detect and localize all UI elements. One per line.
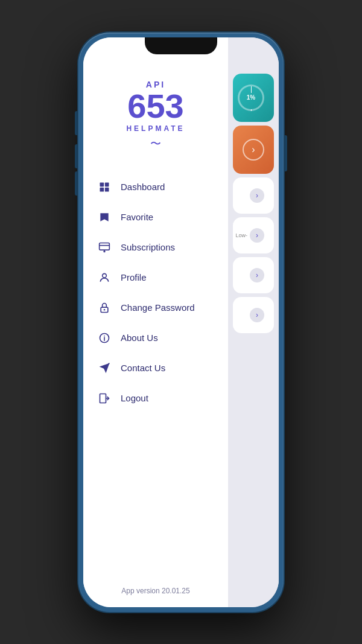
card-grey-4: › <box>233 297 274 333</box>
lock-icon <box>98 301 111 314</box>
svg-rect-1 <box>105 182 109 187</box>
card-grey-2: Low- › <box>233 217 274 253</box>
favorite-icon <box>98 211 111 224</box>
subscriptions-label: Subscriptions <box>121 242 175 252</box>
main-content: 1% › › Low- › › › <box>228 37 279 607</box>
card-grey-3: › <box>233 257 274 293</box>
card-grey-arrow-1[interactable]: › <box>250 188 264 203</box>
card-teal: 1% <box>233 74 274 122</box>
contact-us-label: Contact Us <box>121 363 165 373</box>
phone-frame: API 653 HELPMATE 〜 Dashboard <box>78 33 284 612</box>
nav-item-subscriptions[interactable]: Subscriptions <box>83 232 228 263</box>
dashboard-label: Dashboard <box>121 182 165 192</box>
logout-label: Logout <box>121 393 148 403</box>
logout-icon <box>98 392 111 405</box>
logo-name: HELPMATE <box>89 124 222 133</box>
change-password-label: Change Password <box>121 302 195 313</box>
card-grey-arrow-2[interactable]: › <box>250 228 264 243</box>
progress-value: 1% <box>247 94 255 101</box>
nav-item-about-us[interactable]: About Us <box>83 323 228 353</box>
profile-label: Profile <box>121 272 147 282</box>
card-grey-arrow-4[interactable]: › <box>250 308 264 322</box>
svg-point-10 <box>104 335 105 336</box>
favorite-label: Favorite <box>121 212 153 222</box>
nav-item-favorite[interactable]: Favorite <box>83 202 228 232</box>
low-label: Low- <box>235 232 247 238</box>
app-version: App version 20.01.25 <box>83 575 228 607</box>
svg-rect-2 <box>100 187 104 191</box>
notch <box>145 37 217 54</box>
svg-rect-0 <box>100 182 104 187</box>
svg-rect-4 <box>100 243 110 250</box>
phone-screen: API 653 HELPMATE 〜 Dashboard <box>83 37 279 607</box>
about-us-label: About Us <box>121 333 158 343</box>
card-grey-arrow-3[interactable]: › <box>250 268 264 282</box>
drawer-menu: API 653 HELPMATE 〜 Dashboard <box>83 37 228 607</box>
nav-item-change-password[interactable]: Change Password <box>83 293 228 323</box>
subscriptions-icon <box>98 241 111 254</box>
svg-rect-3 <box>105 187 109 191</box>
dashboard-icon <box>98 180 111 194</box>
profile-icon <box>98 271 111 284</box>
app-logo: API 653 HELPMATE 〜 <box>83 68 228 169</box>
progress-indicator: 1% <box>238 84 264 111</box>
svg-point-8 <box>104 309 106 310</box>
nav-item-profile[interactable]: Profile <box>83 263 228 293</box>
card-orange: › <box>233 126 274 174</box>
logo-wave-icon: 〜 <box>89 136 222 151</box>
info-icon <box>98 331 111 345</box>
logo-number: 653 <box>89 89 222 123</box>
send-icon <box>98 362 111 375</box>
svg-rect-12 <box>100 394 106 403</box>
nav-item-logout[interactable]: Logout <box>83 383 228 413</box>
card-grey-1: › <box>233 177 274 214</box>
navigation-menu: Dashboard Favorite <box>83 169 228 575</box>
svg-point-6 <box>103 273 107 278</box>
card-arrow-button[interactable]: › <box>243 139 264 161</box>
nav-item-dashboard[interactable]: Dashboard <box>83 172 228 202</box>
nav-item-contact-us[interactable]: Contact Us <box>83 353 228 383</box>
